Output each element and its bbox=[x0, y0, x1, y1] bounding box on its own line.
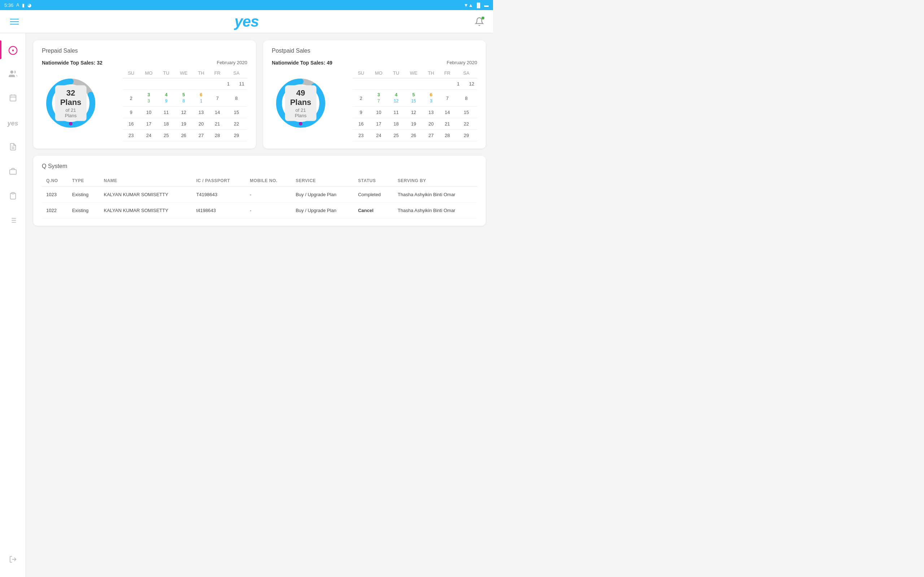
cal-cell: 15 bbox=[456, 107, 477, 118]
cal-cell: 16 bbox=[353, 118, 369, 130]
cal-cell bbox=[123, 78, 139, 90]
cal-header-we: WE bbox=[404, 68, 423, 78]
cal-cell: 8 bbox=[456, 90, 477, 107]
notification-button[interactable] bbox=[473, 15, 486, 28]
prepaid-donut-center: 32 Plans of 21 Plans bbox=[55, 85, 87, 121]
main-layout: ⨀ yes bbox=[0, 33, 493, 577]
cal-cell green: 4 9 bbox=[158, 90, 174, 107]
cal-row: 16 17 18 19 20 21 22 bbox=[353, 118, 477, 130]
cal-cell: 6 3 bbox=[423, 90, 439, 107]
notification-icon: ◕ bbox=[27, 3, 31, 8]
cal-cell: 22 bbox=[456, 118, 477, 130]
sidebar-item-briefcase[interactable] bbox=[3, 163, 23, 182]
svg-point-0 bbox=[10, 70, 13, 74]
q-col-service: SERVICE bbox=[291, 175, 354, 187]
q-col-status: STATUS bbox=[354, 175, 393, 187]
cal-header-row: SU MO TU WE TH FR SA bbox=[353, 68, 477, 78]
postpaid-calendar-table: SU MO TU WE TH FR SA bbox=[353, 68, 477, 141]
status-cell: Completed bbox=[354, 187, 393, 203]
hamburger-line-2 bbox=[10, 21, 19, 22]
q-col-name: NAME bbox=[100, 175, 192, 187]
ic-cell: T4198643 bbox=[192, 187, 246, 203]
prepaid-card-inner: Nationwide Top Sales: 32 32 Plans bbox=[42, 60, 247, 141]
type-cell: Existing bbox=[68, 187, 100, 203]
app-logo: yes bbox=[234, 13, 258, 30]
cal-cell: 15 bbox=[226, 107, 247, 118]
sidebar-item-logout[interactable] bbox=[3, 551, 23, 570]
serving-cell: Thasha Ashyikin Binti Omar bbox=[393, 187, 477, 203]
postpaid-sales-title: Postpaid Sales bbox=[272, 48, 477, 54]
sidebar-item-clipboard[interactable] bbox=[3, 187, 23, 206]
serving-cell: Thasha Ashyikin Binti Omar bbox=[393, 203, 477, 219]
cal-header-fr: FR bbox=[439, 68, 456, 78]
status-cell: Cancel bbox=[354, 203, 393, 219]
cal-cell bbox=[388, 78, 404, 90]
cal-cell: 28 bbox=[209, 130, 226, 141]
cal-cell: 26 bbox=[404, 130, 423, 141]
cal-cell: 7 bbox=[209, 90, 226, 107]
status-bar-right: ▼▲ ▐▌ ▬ bbox=[464, 3, 489, 8]
q-table-body: 1023 Existing KALYAN KUMAR SOMISETTY T41… bbox=[42, 187, 477, 219]
sidebar-item-yes[interactable]: yes bbox=[3, 114, 23, 133]
cal-cell: 18 bbox=[158, 118, 174, 130]
prepaid-donut-section: Nationwide Top Sales: 32 32 Plans bbox=[42, 60, 114, 132]
cal-row: 2 3 3 4 9 bbox=[123, 90, 247, 107]
reports-icon bbox=[9, 143, 17, 153]
cal-cell: 21 bbox=[209, 118, 226, 130]
q-col-serving: SERVING BY bbox=[393, 175, 477, 187]
cal-header-su: SU bbox=[353, 68, 369, 78]
cal-cell: 25 bbox=[158, 130, 174, 141]
q-system-table: Q.NO TYPE NAME IC / PASSPORT MOBILE NO. … bbox=[42, 175, 477, 219]
cal-cell: 27 bbox=[193, 130, 209, 141]
cal-cell bbox=[404, 78, 423, 90]
hamburger-button[interactable] bbox=[7, 16, 22, 27]
cal-cell: 11 bbox=[158, 107, 174, 118]
sidebar-item-reports[interactable] bbox=[3, 139, 23, 157]
cal-row: 9 10 11 12 13 14 15 bbox=[353, 107, 477, 118]
prepaid-calendar-table: SU MO TU WE TH FR SA bbox=[123, 68, 247, 141]
sidebar-item-dashboard[interactable]: ⨀ bbox=[3, 40, 23, 59]
q-no-cell: 1022 bbox=[42, 203, 68, 219]
cal-cell bbox=[193, 78, 209, 90]
app-icon-a: A bbox=[16, 3, 19, 8]
cal-cell: 2 bbox=[123, 90, 139, 107]
cal-cell: 19 bbox=[174, 118, 193, 130]
svg-rect-1 bbox=[10, 95, 16, 102]
sidebar-item-list[interactable] bbox=[3, 212, 23, 231]
cal-header-th: TH bbox=[193, 68, 209, 78]
cal-cell: 8 bbox=[226, 90, 247, 107]
cal-header-mo: MO bbox=[369, 68, 388, 78]
cal-cell: 12 bbox=[174, 107, 193, 118]
q-col-ic: IC / PASSPORT bbox=[192, 175, 246, 187]
cal-cell bbox=[353, 78, 369, 90]
cal-cell bbox=[423, 78, 439, 90]
cal-cell: 9 bbox=[123, 107, 139, 118]
cal-header-tu: TU bbox=[158, 68, 174, 78]
cal-cell: 10 bbox=[369, 107, 388, 118]
cal-header-row: SU MO TU WE TH FR SA bbox=[123, 68, 247, 78]
q-col-mobile: MOBILE NO. bbox=[246, 175, 291, 187]
postpaid-donut-dot bbox=[299, 122, 302, 126]
cal-cell: 2 bbox=[353, 90, 369, 107]
cal-cell: 24 bbox=[139, 130, 158, 141]
sidebar-item-users[interactable] bbox=[3, 65, 23, 84]
cal-cell: 1 12 bbox=[456, 78, 477, 90]
cal-row: 1 11 bbox=[123, 78, 247, 90]
yes-brand-icon: yes bbox=[7, 120, 18, 127]
cal-cell: 10 bbox=[139, 107, 158, 118]
cal-cell bbox=[209, 78, 226, 90]
cal-cell: 29 bbox=[456, 130, 477, 141]
q-system-card: Q System Q.NO TYPE NAME IC / PASSPORT MO… bbox=[33, 156, 486, 226]
sim-icon: ▮ bbox=[22, 3, 24, 8]
briefcase-icon bbox=[9, 167, 17, 177]
cal-cell: 26 bbox=[174, 130, 193, 141]
cal-cell: 24 bbox=[369, 130, 388, 141]
cal-cell: 20 bbox=[423, 118, 439, 130]
cal-cell green: 3 3 bbox=[139, 90, 158, 107]
prepaid-plans-count: 32 Plans bbox=[60, 89, 82, 108]
cal-row: 2 3 7 4 12 bbox=[353, 90, 477, 107]
cal-cell: 23 bbox=[353, 130, 369, 141]
cal-cell: 21 bbox=[439, 118, 456, 130]
sidebar-item-calendar[interactable] bbox=[3, 89, 23, 108]
q-col-no: Q.NO bbox=[42, 175, 68, 187]
